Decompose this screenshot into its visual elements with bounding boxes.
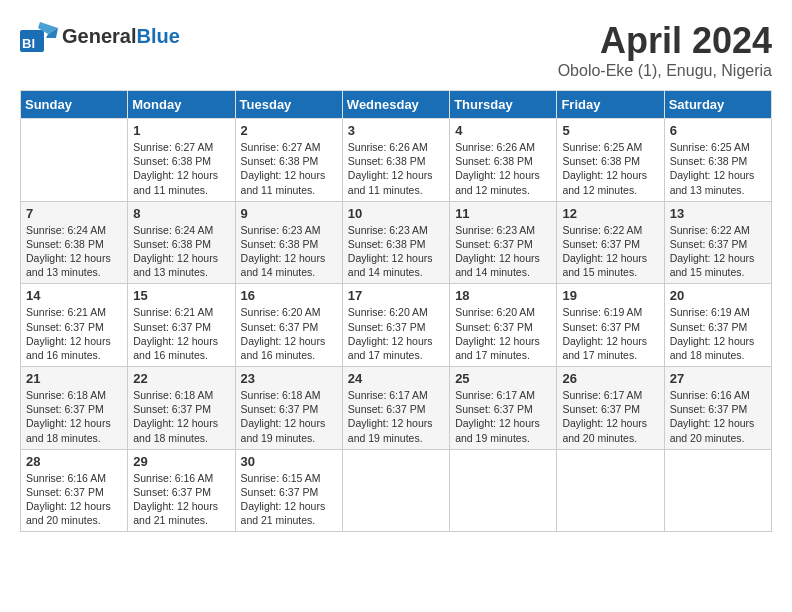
calendar-week-row: 28Sunrise: 6:16 AMSunset: 6:37 PMDayligh… [21,449,772,532]
calendar-cell: 22Sunrise: 6:18 AMSunset: 6:37 PMDayligh… [128,367,235,450]
calendar-header-row: SundayMondayTuesdayWednesdayThursdayFrid… [21,91,772,119]
calendar-cell: 24Sunrise: 6:17 AMSunset: 6:37 PMDayligh… [342,367,449,450]
svg-text:Bl: Bl [22,36,35,51]
logo-icon: Bl [20,20,58,52]
calendar-header-friday: Friday [557,91,664,119]
logo-blue-text: Blue [136,25,179,47]
calendar-cell: 17Sunrise: 6:20 AMSunset: 6:37 PMDayligh… [342,284,449,367]
calendar-table: SundayMondayTuesdayWednesdayThursdayFrid… [20,90,772,532]
day-number: 9 [241,206,337,221]
calendar-cell: 18Sunrise: 6:20 AMSunset: 6:37 PMDayligh… [450,284,557,367]
day-info: Sunrise: 6:23 AMSunset: 6:38 PMDaylight:… [241,223,337,280]
calendar-cell: 5Sunrise: 6:25 AMSunset: 6:38 PMDaylight… [557,119,664,202]
day-info: Sunrise: 6:20 AMSunset: 6:37 PMDaylight:… [348,305,444,362]
calendar-cell: 7Sunrise: 6:24 AMSunset: 6:38 PMDaylight… [21,201,128,284]
day-number: 12 [562,206,658,221]
day-info: Sunrise: 6:24 AMSunset: 6:38 PMDaylight:… [26,223,122,280]
day-info: Sunrise: 6:20 AMSunset: 6:37 PMDaylight:… [455,305,551,362]
title-block: April 2024 Obolo-Eke (1), Enugu, Nigeria [558,20,772,80]
calendar-cell: 15Sunrise: 6:21 AMSunset: 6:37 PMDayligh… [128,284,235,367]
day-info: Sunrise: 6:19 AMSunset: 6:37 PMDaylight:… [562,305,658,362]
day-info: Sunrise: 6:18 AMSunset: 6:37 PMDaylight:… [133,388,229,445]
calendar-header-thursday: Thursday [450,91,557,119]
day-info: Sunrise: 6:21 AMSunset: 6:37 PMDaylight:… [26,305,122,362]
day-info: Sunrise: 6:16 AMSunset: 6:37 PMDaylight:… [670,388,766,445]
day-info: Sunrise: 6:23 AMSunset: 6:37 PMDaylight:… [455,223,551,280]
calendar-cell: 1Sunrise: 6:27 AMSunset: 6:38 PMDaylight… [128,119,235,202]
day-info: Sunrise: 6:18 AMSunset: 6:37 PMDaylight:… [241,388,337,445]
day-number: 17 [348,288,444,303]
calendar-cell [664,449,771,532]
calendar-header-saturday: Saturday [664,91,771,119]
calendar-cell: 2Sunrise: 6:27 AMSunset: 6:38 PMDaylight… [235,119,342,202]
location-subtitle: Obolo-Eke (1), Enugu, Nigeria [558,62,772,80]
day-info: Sunrise: 6:16 AMSunset: 6:37 PMDaylight:… [26,471,122,528]
calendar-cell: 12Sunrise: 6:22 AMSunset: 6:37 PMDayligh… [557,201,664,284]
day-info: Sunrise: 6:27 AMSunset: 6:38 PMDaylight:… [133,140,229,197]
day-number: 15 [133,288,229,303]
day-number: 10 [348,206,444,221]
day-info: Sunrise: 6:26 AMSunset: 6:38 PMDaylight:… [455,140,551,197]
calendar-cell: 29Sunrise: 6:16 AMSunset: 6:37 PMDayligh… [128,449,235,532]
day-info: Sunrise: 6:25 AMSunset: 6:38 PMDaylight:… [670,140,766,197]
day-number: 8 [133,206,229,221]
day-info: Sunrise: 6:17 AMSunset: 6:37 PMDaylight:… [455,388,551,445]
day-number: 3 [348,123,444,138]
calendar-header-sunday: Sunday [21,91,128,119]
day-number: 2 [241,123,337,138]
day-number: 16 [241,288,337,303]
calendar-cell: 13Sunrise: 6:22 AMSunset: 6:37 PMDayligh… [664,201,771,284]
day-number: 20 [670,288,766,303]
day-number: 1 [133,123,229,138]
day-number: 26 [562,371,658,386]
day-number: 24 [348,371,444,386]
day-info: Sunrise: 6:25 AMSunset: 6:38 PMDaylight:… [562,140,658,197]
day-number: 11 [455,206,551,221]
calendar-cell: 3Sunrise: 6:26 AMSunset: 6:38 PMDaylight… [342,119,449,202]
day-number: 22 [133,371,229,386]
calendar-week-row: 1Sunrise: 6:27 AMSunset: 6:38 PMDaylight… [21,119,772,202]
day-info: Sunrise: 6:26 AMSunset: 6:38 PMDaylight:… [348,140,444,197]
calendar-cell [21,119,128,202]
day-info: Sunrise: 6:27 AMSunset: 6:38 PMDaylight:… [241,140,337,197]
calendar-cell: 6Sunrise: 6:25 AMSunset: 6:38 PMDaylight… [664,119,771,202]
day-number: 14 [26,288,122,303]
day-number: 28 [26,454,122,469]
calendar-cell: 4Sunrise: 6:26 AMSunset: 6:38 PMDaylight… [450,119,557,202]
calendar-header-wednesday: Wednesday [342,91,449,119]
logo: Bl GeneralBlue [20,20,180,52]
day-number: 21 [26,371,122,386]
day-info: Sunrise: 6:18 AMSunset: 6:37 PMDaylight:… [26,388,122,445]
day-info: Sunrise: 6:16 AMSunset: 6:37 PMDaylight:… [133,471,229,528]
day-info: Sunrise: 6:22 AMSunset: 6:37 PMDaylight:… [670,223,766,280]
day-number: 18 [455,288,551,303]
day-number: 23 [241,371,337,386]
day-number: 25 [455,371,551,386]
calendar-cell: 14Sunrise: 6:21 AMSunset: 6:37 PMDayligh… [21,284,128,367]
calendar-header-monday: Monday [128,91,235,119]
calendar-cell: 27Sunrise: 6:16 AMSunset: 6:37 PMDayligh… [664,367,771,450]
day-info: Sunrise: 6:24 AMSunset: 6:38 PMDaylight:… [133,223,229,280]
day-number: 29 [133,454,229,469]
calendar-cell: 8Sunrise: 6:24 AMSunset: 6:38 PMDaylight… [128,201,235,284]
day-number: 30 [241,454,337,469]
calendar-cell: 10Sunrise: 6:23 AMSunset: 6:38 PMDayligh… [342,201,449,284]
calendar-cell: 16Sunrise: 6:20 AMSunset: 6:37 PMDayligh… [235,284,342,367]
day-number: 7 [26,206,122,221]
day-info: Sunrise: 6:21 AMSunset: 6:37 PMDaylight:… [133,305,229,362]
day-info: Sunrise: 6:19 AMSunset: 6:37 PMDaylight:… [670,305,766,362]
calendar-week-row: 21Sunrise: 6:18 AMSunset: 6:37 PMDayligh… [21,367,772,450]
calendar-cell: 19Sunrise: 6:19 AMSunset: 6:37 PMDayligh… [557,284,664,367]
day-number: 4 [455,123,551,138]
day-info: Sunrise: 6:17 AMSunset: 6:37 PMDaylight:… [348,388,444,445]
day-info: Sunrise: 6:22 AMSunset: 6:37 PMDaylight:… [562,223,658,280]
calendar-header-tuesday: Tuesday [235,91,342,119]
calendar-cell: 25Sunrise: 6:17 AMSunset: 6:37 PMDayligh… [450,367,557,450]
calendar-cell: 23Sunrise: 6:18 AMSunset: 6:37 PMDayligh… [235,367,342,450]
calendar-cell: 28Sunrise: 6:16 AMSunset: 6:37 PMDayligh… [21,449,128,532]
calendar-cell [557,449,664,532]
day-number: 19 [562,288,658,303]
logo-general-text: General [62,25,136,47]
calendar-cell [342,449,449,532]
calendar-week-row: 14Sunrise: 6:21 AMSunset: 6:37 PMDayligh… [21,284,772,367]
